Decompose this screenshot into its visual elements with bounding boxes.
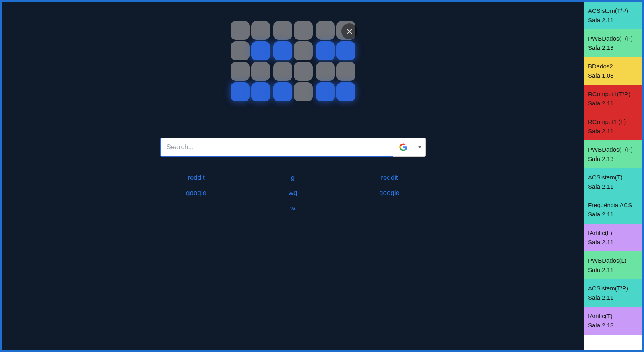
main-area: redditgooglegwgwredditgoogle: [2, 2, 584, 350]
search-bar: [160, 138, 426, 157]
quicklink[interactable]: reddit: [381, 174, 398, 182]
search-input[interactable]: [160, 138, 393, 157]
sidebar-item-room: Sala 2.11: [588, 99, 638, 108]
sidebar-item-room: Sala 2.11: [588, 238, 638, 247]
sidebar-item[interactable]: PWBDados(T/P)Sala 2.13: [584, 140, 642, 168]
sidebar-item-room: Sala 2.13: [588, 321, 638, 330]
clock-cell: [336, 62, 355, 81]
clock-cell: [273, 41, 292, 60]
close-button[interactable]: [341, 23, 357, 39]
quicklink[interactable]: g: [291, 174, 295, 182]
sidebar-item-room: Sala 2.13: [588, 154, 638, 164]
sidebar-item-room: Sala 2.11: [588, 182, 638, 191]
google-icon: [399, 143, 407, 151]
clock-cell: [251, 21, 270, 40]
sidebar-item[interactable]: IArtific(L)Sala 2.11: [584, 224, 642, 251]
quick-links: redditgooglegwgwredditgoogle: [160, 174, 426, 212]
clock-cell: [251, 82, 270, 101]
sidebar-item-title: Frequência ACS: [588, 202, 632, 208]
clock-cell: [294, 41, 313, 60]
clock-cell: [231, 41, 250, 60]
clock-cell: [316, 62, 335, 81]
sidebar-item-room: Sala 2.11: [588, 127, 638, 136]
clock-cell: [294, 62, 313, 81]
sidebar-item-room: Sala 1.08: [588, 71, 638, 80]
clock-cell: [273, 62, 292, 81]
quicklink[interactable]: wg: [289, 189, 297, 197]
close-icon: [346, 28, 353, 35]
sidebar-item[interactable]: Frequência ACSSala 2.11: [584, 196, 642, 224]
sidebar-item-title: ACSistem(T/P): [588, 285, 628, 292]
clock-cell: [294, 82, 313, 101]
quicklink-column: redditgoogle: [365, 174, 414, 212]
sidebar-item-room: Sala 2.11: [588, 266, 638, 275]
sidebar-item-room: Sala 2.11: [588, 16, 638, 25]
sidebar-item-title: IArtific(T): [588, 313, 613, 319]
clock-cell: [231, 82, 250, 101]
quicklink[interactable]: google: [186, 189, 206, 197]
clock-cell: [336, 41, 355, 60]
schedule-sidebar: ACSistem(T/P)Sala 2.11PWBDados(T/P)Sala …: [584, 2, 642, 350]
sidebar-item-room: Sala 2.11: [588, 293, 638, 303]
clock-cell: [251, 41, 270, 60]
quicklink[interactable]: w: [290, 204, 295, 212]
sidebar-item[interactable]: RComput1(T/P)Sala 2.11: [584, 85, 642, 113]
sidebar-item[interactable]: IArtific(T)Sala 2.13: [584, 307, 642, 335]
sidebar-item[interactable]: BDados2Sala 1.08: [584, 57, 642, 85]
sidebar-item-title: ACSistem(T): [588, 174, 623, 181]
clock-cell: [316, 41, 335, 60]
clock-cell: [316, 82, 335, 101]
sidebar-item-title: RComput1 (L): [588, 118, 626, 125]
sidebar-item[interactable]: ACSistem(T/P)Sala 2.11: [584, 2, 642, 29]
sidebar-item-title: PWBDados(L): [588, 257, 627, 264]
clock-cell: [316, 21, 335, 40]
clock-cell: [273, 21, 292, 40]
search-engine-button[interactable]: [393, 138, 414, 157]
sidebar-item-title: IArtific(L): [588, 229, 612, 236]
chevron-down-icon: [418, 145, 422, 149]
clock-digit-group: [231, 21, 270, 101]
quicklink[interactable]: google: [379, 189, 400, 197]
quicklink-column: gwgw: [269, 174, 317, 212]
sidebar-item[interactable]: PWBDados(L)Sala 2.11: [584, 251, 642, 279]
clock-cell: [231, 21, 250, 40]
clock-cell: [294, 21, 313, 40]
sidebar-item[interactable]: ACSistem(T)Sala 2.11: [584, 168, 642, 196]
clock-cell: [231, 62, 250, 81]
sidebar-item-room: Sala 2.13: [588, 43, 638, 53]
search-engine-dropdown[interactable]: [414, 138, 426, 157]
quicklink-column: redditgoogle: [172, 174, 221, 212]
sidebar-item[interactable]: PWBDados(T/P)Sala 2.13: [584, 29, 642, 57]
sidebar-item-title: PWBDados(T/P): [588, 35, 633, 42]
binary-clock: [231, 21, 355, 101]
clock-digit-group: [273, 21, 313, 101]
sidebar-item[interactable]: RComput1 (L)Sala 2.11: [584, 113, 642, 140]
quicklink[interactable]: reddit: [188, 174, 205, 182]
clock-cell: [273, 82, 292, 101]
sidebar-item-title: ACSistem(T/P): [588, 7, 628, 14]
sidebar-item-title: BDados2: [588, 63, 613, 70]
sidebar-item[interactable]: ACSistem(T/P)Sala 2.11: [584, 279, 642, 307]
clock-cell: [336, 82, 355, 101]
sidebar-item-title: RComput1(T/P): [588, 91, 630, 97]
sidebar-item-title: PWBDados(T/P): [588, 146, 633, 153]
sidebar-item-room: Sala 2.11: [588, 210, 638, 219]
clock-cell: [251, 62, 270, 81]
